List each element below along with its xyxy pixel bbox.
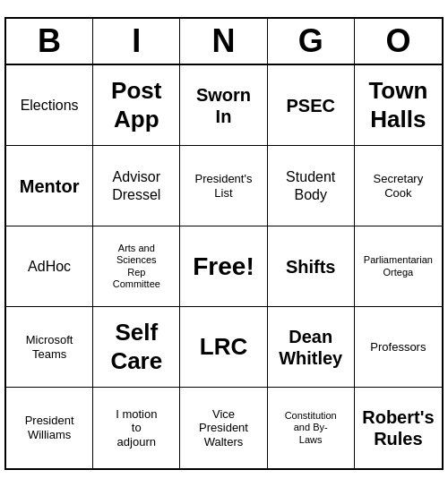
bingo-cell-16: Self Care — [93, 307, 180, 388]
cell-text: Student Body — [286, 168, 335, 202]
bingo-card: BINGO ElectionsPost AppSworn InPSECTown … — [4, 17, 444, 470]
cell-text: Microsoft Teams — [26, 333, 73, 361]
cell-text: Advisor Dressel — [112, 168, 160, 202]
header-letter: B — [6, 19, 93, 64]
bingo-cell-21: I motion to adjourn — [93, 388, 180, 468]
cell-text: Dean Whitley — [279, 326, 342, 369]
header-letter: N — [180, 19, 267, 64]
bingo-cell-7: President's List — [180, 146, 267, 226]
cell-text: Parliamentarian Ortega — [364, 254, 433, 278]
cell-text: LRC — [200, 333, 247, 361]
cell-text: Post App — [111, 77, 161, 132]
cell-text: Shifts — [286, 256, 336, 278]
bingo-cell-4: Town Halls — [355, 65, 442, 146]
cell-text: Robert's Rules — [362, 406, 434, 449]
bingo-cell-15: Microsoft Teams — [6, 307, 93, 388]
bingo-cell-23: Constitution and By- Laws — [268, 388, 355, 468]
bingo-cell-22: Vice President Walters — [180, 388, 267, 468]
cell-text: Elections — [21, 97, 79, 114]
bingo-cell-14: Parliamentarian Ortega — [355, 226, 442, 307]
cell-text: Town Halls — [368, 77, 427, 132]
cell-text: Secretary Cook — [374, 172, 424, 200]
cell-text: Self Care — [110, 319, 162, 374]
bingo-grid: ElectionsPost AppSworn InPSECTown HallsM… — [6, 65, 442, 468]
bingo-cell-12: Free! — [180, 226, 267, 307]
bingo-cell-18: Dean Whitley — [268, 307, 355, 388]
bingo-header: BINGO — [6, 19, 442, 65]
cell-text: Arts and Sciences Rep Committee — [113, 243, 160, 290]
cell-text: President's List — [195, 172, 253, 200]
cell-text: Constitution and By- Laws — [285, 410, 337, 446]
bingo-cell-20: President Williams — [6, 388, 93, 468]
bingo-cell-8: Student Body — [268, 146, 355, 226]
bingo-cell-19: Professors — [355, 307, 442, 388]
cell-text: President Williams — [25, 414, 74, 441]
bingo-cell-10: AdHoc — [6, 226, 93, 307]
header-letter: I — [93, 19, 180, 64]
cell-text: AdHoc — [28, 258, 71, 275]
cell-text: Free! — [193, 252, 254, 282]
bingo-cell-9: Secretary Cook — [355, 146, 442, 226]
header-letter: G — [268, 19, 355, 64]
bingo-cell-5: Mentor — [6, 146, 93, 226]
cell-text: Sworn In — [196, 84, 251, 127]
bingo-cell-6: Advisor Dressel — [93, 146, 180, 226]
cell-text: Professors — [370, 340, 426, 355]
bingo-cell-0: Elections — [6, 65, 93, 146]
bingo-cell-11: Arts and Sciences Rep Committee — [93, 226, 180, 307]
cell-text: Mentor — [20, 175, 80, 197]
cell-text: I motion to adjourn — [116, 407, 157, 449]
bingo-cell-3: PSEC — [268, 65, 355, 146]
bingo-cell-1: Post App — [93, 65, 180, 146]
cell-text: Vice President Walters — [199, 407, 248, 449]
cell-text: PSEC — [286, 95, 334, 116]
bingo-cell-17: LRC — [180, 307, 267, 388]
bingo-cell-24: Robert's Rules — [355, 388, 442, 468]
bingo-cell-2: Sworn In — [180, 65, 267, 146]
header-letter: O — [355, 19, 442, 64]
bingo-cell-13: Shifts — [268, 226, 355, 307]
